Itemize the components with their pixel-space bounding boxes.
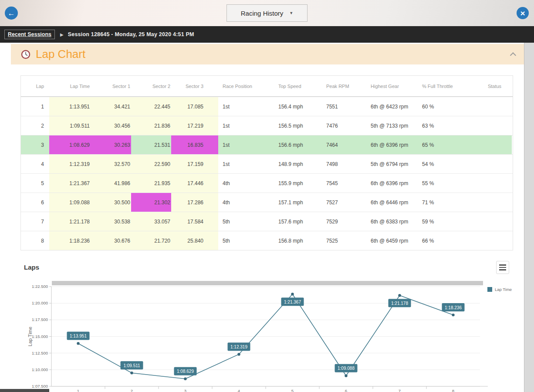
data-point[interactable] bbox=[398, 294, 401, 297]
x-tick-label: 2 bbox=[131, 389, 133, 392]
table-row[interactable]: 41:12.31932.57022.59017.1591st148.9 mph7… bbox=[21, 154, 513, 173]
x-tick-label: 8 bbox=[452, 389, 454, 392]
cell-highest_gear: 6th @ 6396 rpm bbox=[366, 174, 418, 193]
cell-lap_time: 1:18.236 bbox=[49, 231, 91, 250]
lap-table: LapLap TimeSector 1Sector 2Sector 3Race … bbox=[20, 75, 513, 250]
clipped-footer-fragment bbox=[0, 389, 49, 392]
cell-race_position: 4th bbox=[218, 174, 274, 193]
column-header-highest_gear: Highest Gear bbox=[366, 76, 418, 96]
data-point[interactable] bbox=[184, 378, 186, 380]
cell-top_speed: 148.9 mph bbox=[274, 155, 322, 173]
cell-full_throttle: 60 % bbox=[418, 97, 477, 116]
data-point[interactable] bbox=[291, 293, 294, 295]
chart-menu-button[interactable] bbox=[496, 261, 509, 274]
column-header-lap_time: Lap Time bbox=[49, 76, 91, 96]
cell-lap_time: 1:21.178 bbox=[49, 212, 91, 231]
svg-text:1:18.236: 1:18.236 bbox=[445, 305, 462, 310]
table-row[interactable]: 11:13.95134.42122.44517.0851st156.4 mph7… bbox=[21, 97, 513, 116]
cell-top_speed: 155.9 mph bbox=[274, 174, 322, 193]
column-header-lap: Lap bbox=[21, 76, 49, 96]
cell-full_throttle: 63 % bbox=[418, 116, 477, 135]
top-bar: ← Racing History ▼ × bbox=[0, 0, 534, 26]
svg-text:1:08.629: 1:08.629 bbox=[177, 369, 194, 374]
cell-sector_1: 34.421 bbox=[91, 97, 131, 116]
chart-scrollbar[interactable] bbox=[52, 281, 483, 285]
cell-sector_3: 17.219 bbox=[171, 116, 218, 135]
cell-status bbox=[477, 212, 512, 231]
table-header-row[interactable]: LapLap TimeSector 1Sector 2Sector 3Race … bbox=[21, 76, 513, 97]
data-point[interactable] bbox=[77, 342, 79, 345]
legend-swatch[interactable] bbox=[487, 287, 492, 292]
x-tick-label: 6 bbox=[345, 389, 347, 392]
table-row[interactable]: 51:21.36741.98621.93517.4464th155.9 mph7… bbox=[21, 173, 513, 193]
cell-sector_1: 32.570 bbox=[91, 155, 131, 173]
table-row[interactable]: 21:09.51130.45621.83617.2191st156.5 mph7… bbox=[21, 116, 513, 135]
chart-title: Laps bbox=[24, 264, 39, 271]
clock-icon bbox=[21, 50, 30, 59]
y-tick-label: 1:10.000 bbox=[32, 367, 48, 372]
column-header-full_throttle: % Full Throttle bbox=[418, 76, 477, 96]
cell-top_speed: 156.4 mph bbox=[274, 97, 322, 116]
cell-sector_1: 41.986 bbox=[91, 174, 131, 193]
svg-text:1:12.319: 1:12.319 bbox=[230, 345, 247, 349]
main-content: Lap Chart LapLap TimeSector 1Sector 2Sec… bbox=[11, 43, 524, 392]
cell-highest_gear: 5th @ 6794 rpm bbox=[366, 155, 418, 173]
breadcrumb-link-recent-sessions[interactable]: Recent Sessions bbox=[4, 30, 55, 39]
cell-peak_rpm: 7545 bbox=[322, 174, 366, 193]
cell-race_position: 5th bbox=[218, 212, 274, 231]
cell-lap_time: 1:08.629 bbox=[49, 135, 91, 154]
table-row[interactable]: 81:18.23630.67621.72025.8405th156.8 mph7… bbox=[21, 231, 513, 250]
svg-text:1:09.511: 1:09.511 bbox=[123, 363, 140, 368]
x-tick-label: 7 bbox=[399, 389, 401, 392]
cell-full_throttle: 65 % bbox=[418, 135, 477, 154]
svg-text:1:09.088: 1:09.088 bbox=[338, 366, 355, 371]
cell-sector_3: 17.159 bbox=[171, 155, 218, 173]
view-dropdown[interactable]: Racing History ▼ bbox=[226, 4, 308, 22]
lap-time-chart: 1:22.5001:20.0001:17.5001:15.0001:12.500… bbox=[11, 277, 524, 392]
cell-highest_gear: 6th @ 6423 rpm bbox=[366, 97, 418, 116]
cell-top_speed: 157.6 mph bbox=[274, 212, 322, 231]
cell-lap_time: 1:09.088 bbox=[49, 193, 91, 212]
column-header-sector_3: Sector 3 bbox=[171, 76, 218, 96]
cell-lap: 5 bbox=[21, 174, 49, 193]
close-button[interactable]: × bbox=[517, 7, 529, 19]
y-tick-label: 1:20.000 bbox=[32, 301, 48, 305]
table-row[interactable]: 61:09.08830.50021.30217.2864th157.1 mph7… bbox=[21, 193, 513, 212]
legend-label[interactable]: Lap Time bbox=[495, 287, 512, 292]
cell-lap_time: 1:13.951 bbox=[49, 97, 91, 116]
lap-chart-section-header[interactable]: Lap Chart bbox=[11, 44, 524, 64]
hamburger-icon bbox=[499, 264, 506, 266]
x-tick-label: 1 bbox=[77, 389, 79, 392]
cell-peak_rpm: 7464 bbox=[322, 135, 366, 154]
table-row[interactable]: 31:08.62930.26321.53116.8351st156.6 mph7… bbox=[21, 135, 513, 154]
cell-race_position: 4th bbox=[218, 193, 274, 212]
data-point[interactable] bbox=[452, 314, 454, 316]
x-tick-label: 4 bbox=[238, 389, 240, 392]
table-row[interactable]: 71:21.17830.53833.05717.5845th157.6 mph7… bbox=[21, 212, 513, 231]
back-arrow-icon: ← bbox=[8, 10, 15, 17]
cell-peak_rpm: 7529 bbox=[322, 212, 366, 231]
cell-sector_2: 21.531 bbox=[131, 135, 171, 154]
y-tick-label: 1:12.500 bbox=[32, 351, 48, 355]
cell-sector_2: 33.057 bbox=[131, 212, 171, 231]
cell-full_throttle: 59 % bbox=[418, 212, 477, 231]
column-header-top_speed: Top Speed bbox=[274, 76, 322, 96]
data-point[interactable] bbox=[130, 372, 133, 374]
svg-text:1:21.367: 1:21.367 bbox=[284, 300, 301, 304]
cell-status bbox=[477, 97, 512, 116]
cell-status bbox=[477, 193, 512, 212]
cell-peak_rpm: 7551 bbox=[322, 97, 366, 116]
cell-lap: 2 bbox=[21, 116, 49, 135]
section-title: Lap Chart bbox=[36, 47, 512, 61]
breadcrumb: Recent Sessions ▶ Session 128645 - Monda… bbox=[0, 26, 534, 43]
data-point[interactable] bbox=[237, 353, 240, 355]
data-point[interactable] bbox=[345, 375, 347, 377]
y-tick-label: 1:17.500 bbox=[32, 317, 48, 322]
cell-sector_3: 17.446 bbox=[171, 174, 218, 193]
y-axis-title: Lap Time bbox=[27, 327, 33, 346]
cell-lap_time: 1:12.319 bbox=[49, 155, 91, 173]
y-tick-label: 1:22.500 bbox=[32, 284, 48, 289]
cell-sector_2: 22.590 bbox=[131, 155, 171, 173]
back-button[interactable]: ← bbox=[5, 7, 18, 20]
cell-lap: 4 bbox=[21, 155, 49, 173]
